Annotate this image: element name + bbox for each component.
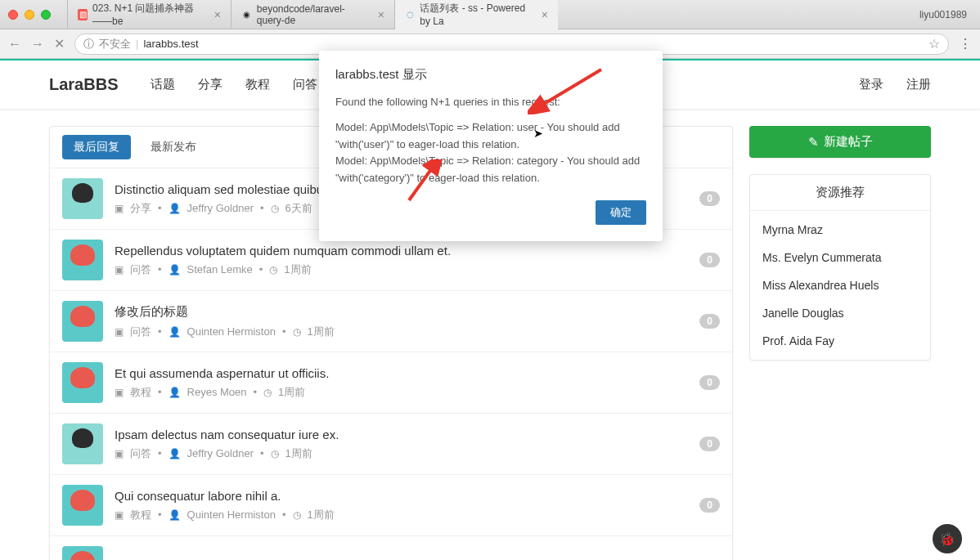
nav-qa[interactable]: 问答 [293, 77, 317, 92]
folder-icon: ▣ [115, 203, 124, 214]
resource-link[interactable]: Miss Alexandrea Huels [750, 271, 930, 299]
close-window-icon[interactable] [8, 10, 18, 20]
minimize-window-icon[interactable] [25, 10, 34, 20]
folder-icon: ▣ [115, 387, 124, 398]
topic-time: 1周前 [308, 508, 335, 522]
tab-last-reply[interactable]: 最后回复 [62, 135, 131, 159]
close-tab-icon[interactable]: × [542, 8, 548, 21]
maximize-window-icon[interactable] [41, 10, 51, 20]
window-controls [8, 10, 51, 20]
topic-category[interactable]: 问答 [130, 325, 151, 339]
resource-link[interactable]: Ms. Evelyn Cummerata [750, 244, 930, 271]
close-tab-icon[interactable]: × [214, 8, 221, 21]
topic-body: Ipsam delectus nam consequatur iure ex.▣… [115, 428, 688, 461]
bug-icon: 🐞 [939, 531, 955, 547]
resource-link[interactable]: Myrna Mraz [750, 216, 930, 244]
browser-tab-2[interactable]: ◌ 话题列表 - ss - Powered by La × [394, 0, 558, 29]
topic-author[interactable]: Reyes Moen [187, 386, 247, 398]
clock-icon: ◷ [271, 448, 279, 459]
topic-category[interactable]: 教程 [130, 385, 151, 400]
folder-icon: ▣ [115, 264, 124, 276]
clock-icon: ◷ [271, 203, 279, 214]
topic-meta: ▣问答•👤Jeffry Goldner•◷1周前 [115, 446, 688, 461]
topic-time: 1周前 [284, 262, 311, 277]
topic-time: 1周前 [308, 325, 335, 339]
url-text: larabbs.test [143, 38, 198, 50]
dialog-line3: Model: App\Models\Topic => Relation: cat… [335, 155, 640, 184]
avatar[interactable] [62, 546, 103, 560]
browser-tabs: ▧ 023. N+1 问题捕杀神器 ——be × ◉ beyondcode/la… [67, 0, 915, 29]
browser-tab-1[interactable]: ◉ beyondcode/laravel-query-de × [231, 0, 394, 29]
topic-title[interactable]: Ipsam delectus nam consequatur iure ex. [115, 428, 688, 441]
pencil-icon: ✎ [808, 135, 819, 150]
resource-link[interactable]: Prof. Aida Fay [750, 327, 930, 355]
dialog-title: larabbs.test 显示 [335, 67, 646, 83]
info-icon: ⓘ [83, 37, 94, 52]
new-post-button[interactable]: ✎ 新建帖子 [749, 126, 931, 158]
forward-button[interactable]: → [31, 37, 44, 52]
resource-link[interactable]: Janelle Douglas [750, 299, 930, 327]
avatar[interactable] [62, 240, 103, 280]
bookmark-icon[interactable]: ☆ [928, 36, 940, 52]
debug-button[interactable]: 🐞 [933, 524, 962, 553]
navbar-right: 登录 注册 [859, 77, 931, 92]
reply-count-badge: 0 [699, 437, 720, 451]
avatar[interactable] [62, 362, 103, 403]
nav-topics[interactable]: 话题 [151, 77, 175, 92]
browser-menu-icon[interactable]: ⋮ [959, 36, 972, 52]
topic-body: Et qui assumenda aspernatur ut officiis.… [115, 366, 688, 400]
topic-row[interactable]: 修改后的标题▣问答•👤Quinten Hermiston•◷1周前0 [50, 291, 732, 352]
dialog-footer: 确定 [335, 200, 646, 225]
avatar[interactable] [62, 485, 103, 526]
avatar[interactable] [62, 301, 103, 342]
topic-category[interactable]: 教程 [130, 508, 151, 522]
user-icon: 👤 [169, 509, 181, 521]
dialog-body: Found the following N+1 queries in this … [335, 94, 646, 187]
user-icon: 👤 [169, 387, 181, 398]
clock-icon: ◷ [263, 387, 272, 398]
tab-favicon-0: ▧ [78, 9, 88, 20]
topic-row[interactable]: Ipsam delectus nam consequatur iure ex.▣… [50, 414, 732, 475]
stop-reload-button[interactable]: ✕ [54, 36, 65, 52]
browser-titlebar: ▧ 023. N+1 问题捕杀神器 ——be × ◉ beyondcode/la… [0, 0, 980, 29]
back-button[interactable]: ← [8, 37, 21, 52]
nav-share[interactable]: 分享 [198, 77, 223, 92]
reply-count-badge: 0 [699, 253, 720, 267]
topic-category[interactable]: 问答 [130, 262, 151, 277]
topic-category[interactable]: 问答 [130, 446, 151, 461]
register-link[interactable]: 注册 [906, 77, 931, 92]
topic-row[interactable]: Assumenda consequatur est odit soluta ut… [50, 536, 732, 560]
tab-spinner-icon: ◌ [405, 9, 415, 20]
topic-author[interactable]: Jeffry Goldner [187, 202, 254, 214]
clock-icon: ◷ [293, 326, 301, 338]
login-link[interactable]: 登录 [859, 77, 883, 92]
close-tab-icon[interactable]: × [378, 8, 384, 21]
topic-title[interactable]: Et qui assumenda aspernatur ut officiis. [115, 366, 688, 380]
topic-author[interactable]: Quinten Hermiston [187, 325, 276, 338]
avatar[interactable] [62, 423, 103, 464]
topic-time: 6天前 [285, 201, 312, 216]
topic-title[interactable]: Repellendus voluptatem quidem numquam co… [115, 244, 688, 258]
topic-author[interactable]: Quinten Hermiston [187, 508, 276, 521]
nav-tutorial[interactable]: 教程 [245, 77, 270, 92]
user-icon: 👤 [169, 326, 181, 338]
topic-row[interactable]: Qui consequatur labore nihil a.▣教程•👤Quin… [50, 475, 732, 536]
avatar[interactable] [62, 178, 103, 219]
topic-author[interactable]: Stefan Lemke [187, 263, 253, 276]
topic-title[interactable]: Assumenda consequatur est odit soluta ut… [115, 558, 720, 561]
topic-category[interactable]: 分享 [130, 201, 151, 216]
resources-header: 资源推荐 [750, 175, 930, 211]
brand-logo[interactable]: LaraBBS [49, 75, 118, 94]
topic-author[interactable]: Jeffry Goldner [187, 447, 254, 459]
alert-dialog: larabbs.test 显示 Found the following N+1 … [319, 51, 663, 241]
tab-title: 023. N+1 问题捕杀神器 ——be [92, 2, 209, 27]
browser-tab-0[interactable]: ▧ 023. N+1 问题捕杀神器 ——be × [67, 0, 231, 29]
topic-title[interactable]: 修改后的标题 [115, 304, 688, 320]
tab-newest[interactable]: 最新发布 [139, 135, 208, 159]
dialog-line2: Model: App\Models\Topic => Relation: use… [335, 121, 620, 150]
topic-title[interactable]: Qui consequatur labore nihil a. [115, 489, 688, 503]
topic-row[interactable]: Et qui assumenda aspernatur ut officiis.… [50, 352, 732, 414]
topic-meta: ▣教程•👤Reyes Moen•◷1周前 [115, 385, 688, 400]
browser-profile[interactable]: liyu001989 [915, 9, 972, 20]
dialog-confirm-button[interactable]: 确定 [596, 200, 646, 225]
